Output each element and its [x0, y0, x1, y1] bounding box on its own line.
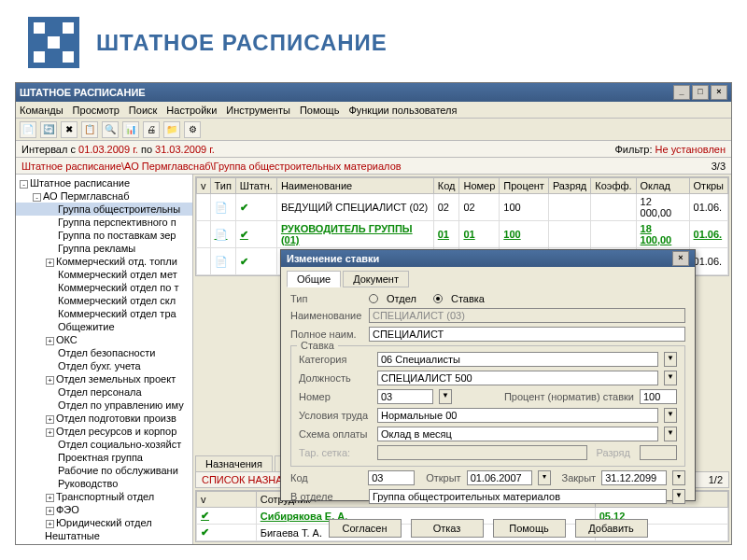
menubar: Команды Просмотр Поиск Настройки Инструм… — [16, 102, 731, 119]
tree-node[interactable]: +ФЭО — [16, 503, 192, 516]
tree-node[interactable]: Нештатные — [16, 529, 192, 542]
close-label: Закрыт — [557, 472, 597, 483]
conditions-label: Условия труда — [299, 410, 372, 421]
column-header[interactable]: Оклад — [636, 178, 689, 194]
maximize-button[interactable]: □ — [692, 85, 709, 100]
column-header[interactable]: Штатн. — [235, 178, 276, 194]
tree-node[interactable]: Группа перспективного п — [16, 216, 192, 229]
dialog-tab-document[interactable]: Документ — [343, 271, 409, 287]
menu-item[interactable]: Просмотр — [73, 105, 120, 116]
menu-item[interactable]: Настройки — [166, 105, 217, 116]
position-input[interactable]: СПЕЦИАЛИСТ 500 — [377, 371, 658, 385]
tree-node[interactable]: Коммерческий отдел по т — [16, 281, 192, 294]
column-header[interactable]: v — [197, 178, 211, 194]
tree-node[interactable]: +Отдел земельных проект — [16, 372, 192, 385]
ok-button[interactable]: Согласен — [329, 519, 402, 538]
column-header[interactable]: Разряд — [548, 178, 590, 194]
tree-node[interactable]: Отдел персонала — [16, 385, 192, 399]
dialog-titlebar[interactable]: Изменение ставки × — [281, 250, 695, 267]
dropdown-icon[interactable]: ▼ — [664, 427, 677, 441]
open-date-input[interactable]: 01.06.2007 — [467, 470, 532, 485]
column-header[interactable]: Код — [433, 178, 459, 194]
tree-node[interactable]: Отдел безопасности — [16, 346, 192, 359]
column-header[interactable]: Наименование — [276, 178, 433, 194]
column-header[interactable]: Тип — [210, 178, 235, 194]
column-header[interactable]: Коэфф. — [591, 178, 636, 194]
dropdown-icon[interactable]: ▼ — [664, 352, 677, 367]
tree-node[interactable]: Группа общестроительны — [16, 203, 192, 216]
toolbar-button[interactable]: 🔍 — [102, 121, 119, 138]
fullname-input[interactable]: СПЕЦИАЛИСТ — [369, 327, 685, 342]
titlebar[interactable]: ШТАТНОЕ РАСПИСАНИЕ _ □ × — [16, 83, 731, 102]
tree-node[interactable]: Отдел бухг. учета — [16, 359, 192, 372]
tree-node[interactable]: +Отдел ресурсов и корпор — [16, 425, 192, 438]
tree-node[interactable]: +Транспортный отдел — [16, 490, 192, 503]
column-header[interactable]: v — [197, 492, 257, 508]
tree-node[interactable]: Рабочие по обслуживани — [16, 464, 192, 477]
calendar-icon[interactable]: ▾ — [672, 470, 685, 485]
tree-node[interactable]: Группа по поставкам зер — [16, 229, 192, 242]
toolbar-button[interactable]: ⚙ — [184, 121, 201, 138]
dropdown-icon[interactable]: ▼ — [664, 408, 677, 423]
radio-rate[interactable] — [433, 294, 443, 303]
tree-node[interactable]: +ОКС — [16, 333, 192, 346]
toolbar-button[interactable]: 🖨 — [143, 121, 160, 138]
toolbar-button[interactable]: 📄 — [20, 121, 36, 138]
tree-node[interactable]: Отдел социально-хозяйст — [16, 438, 192, 451]
help-button[interactable]: Помощь — [493, 519, 566, 538]
column-header[interactable]: Номер — [459, 178, 500, 194]
percent-label: Процент (норматив) ставки — [458, 391, 634, 402]
table-row[interactable]: 📄✔ВЕДУЩИЙ СПЕЦИАЛИСТ (02)020210012 000,0… — [197, 194, 728, 221]
add-button[interactable]: Добавить — [575, 519, 648, 538]
number-label: Номер — [299, 391, 372, 402]
toolbar-button[interactable]: 🔄 — [40, 121, 57, 138]
percent-input[interactable]: 100 — [640, 389, 677, 404]
column-header[interactable]: Откры — [689, 178, 727, 194]
tree-node[interactable]: Отдел по управлению иму — [16, 399, 192, 412]
number-input[interactable]: 03 — [377, 389, 433, 404]
dropdown-icon[interactable]: ▼ — [672, 489, 685, 504]
dialog-close-button[interactable]: × — [672, 251, 689, 266]
tree-node[interactable]: Проектная группа — [16, 451, 192, 464]
dept-input[interactable]: Группа общестроительных материалов — [369, 489, 667, 504]
radio-dept[interactable] — [369, 294, 378, 303]
tree-node[interactable]: +Юридический отдел — [16, 516, 192, 529]
cancel-button[interactable]: Отказ — [411, 519, 484, 538]
tree-node[interactable]: -АО Пермглавснаб — [16, 189, 192, 203]
org-tree[interactable]: -Штатное расписание-АО ПермглавснабГрупп… — [16, 175, 193, 544]
tab-assignments[interactable]: Назначения — [195, 455, 273, 471]
menu-item[interactable]: Поиск — [129, 105, 157, 116]
tree-node[interactable]: +Коммерческий отд. топли — [16, 255, 192, 268]
close-date-input[interactable]: 31.12.2099 — [601, 470, 667, 485]
tree-node[interactable]: Коммерческий отдел тра — [16, 307, 192, 320]
conditions-input[interactable]: Нормальные 00 — [377, 408, 658, 423]
menu-item[interactable]: Инструменты — [226, 105, 290, 116]
column-header[interactable]: Процент — [500, 178, 549, 194]
toolbar-button[interactable]: 📊 — [122, 121, 139, 138]
dialog-tab-general[interactable]: Общие — [287, 271, 341, 287]
close-button[interactable]: × — [711, 85, 727, 100]
tree-node[interactable]: -Штатное расписание — [16, 176, 192, 189]
dropdown-icon[interactable]: ▼ — [439, 389, 452, 404]
tree-node[interactable]: Коммерческий отдел мет — [16, 268, 192, 281]
minimize-button[interactable]: _ — [673, 85, 690, 100]
toolbar-button[interactable]: ✖ — [61, 121, 78, 138]
payment-input[interactable]: Оклад в месяц — [377, 427, 658, 441]
tariff-label: Тар. сетка: — [299, 447, 372, 458]
tree-node[interactable]: +Отдел подготовки произв — [16, 412, 192, 425]
calendar-icon[interactable]: ▾ — [538, 470, 551, 485]
category-input[interactable]: 06 Специалисты — [377, 352, 658, 367]
menu-item[interactable]: Помощь — [300, 105, 340, 116]
menu-item[interactable]: Команды — [20, 105, 63, 116]
code-input[interactable]: 03 — [368, 470, 415, 485]
toolbar-button[interactable]: 📋 — [81, 121, 98, 138]
menu-item[interactable]: Функции пользователя — [348, 105, 457, 116]
tree-node[interactable]: Руководство — [16, 477, 192, 490]
tree-node[interactable]: Общежитие — [16, 320, 192, 333]
tree-node[interactable]: Группа рекламы — [16, 242, 192, 255]
interval-label: Интервал с — [21, 144, 76, 155]
dropdown-icon[interactable]: ▼ — [664, 371, 677, 385]
table-row[interactable]: 📄✔РУКОВОДИТЕЛЬ ГРУППЫ (01)010110018 100,… — [197, 221, 728, 248]
tree-node[interactable]: Коммерческий отдел скл — [16, 294, 192, 307]
toolbar-button[interactable]: 📁 — [163, 121, 180, 138]
